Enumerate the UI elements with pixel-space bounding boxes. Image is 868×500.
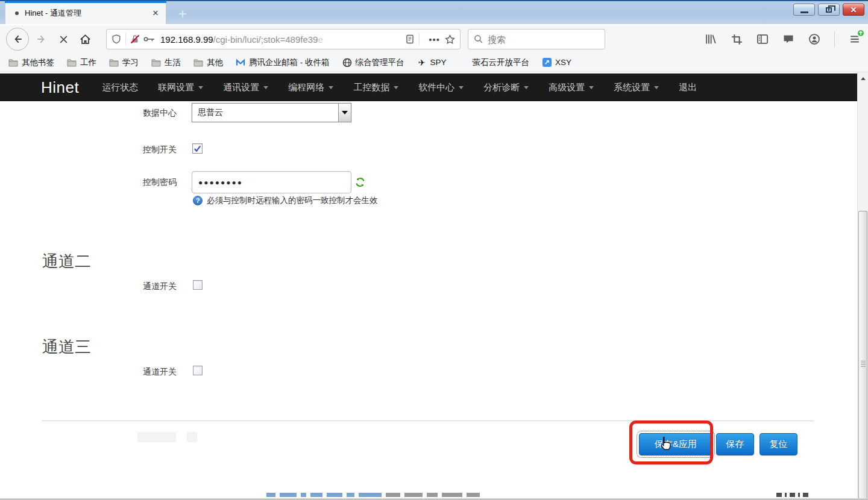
mouse-cursor-hand — [658, 436, 672, 453]
menu-run-status[interactable]: 运行状态 — [102, 82, 138, 93]
search-input[interactable] — [488, 34, 584, 45]
home-icon — [80, 34, 91, 45]
menu-comm-settings[interactable]: 通讯设置 — [223, 82, 268, 93]
bookmark-label: 萤石云开放平台 — [473, 57, 530, 68]
bookmark-folder-life[interactable]: 生活 — [151, 57, 181, 68]
select-dropdown-button[interactable] — [338, 104, 351, 122]
folder-icon — [151, 58, 161, 67]
channel-3-switch-label: 通道开关 — [0, 367, 177, 378]
toolbar-separator — [834, 31, 835, 47]
menu-software-center[interactable]: 软件中心 — [418, 82, 464, 93]
reset-button[interactable]: 复位 — [760, 433, 797, 455]
menu-industrial-data[interactable]: 工控数据 — [353, 82, 398, 93]
control-password-input[interactable] — [192, 171, 351, 193]
bookmark-tencent-mail[interactable]: 腾讯企业邮箱 - 收件箱 — [236, 57, 330, 68]
bookmark-label: 其他 — [207, 57, 223, 68]
minimize-icon — [800, 11, 808, 13]
url-bar[interactable]: 192.168.9.99/cgi-bin/luci/;stok=489fe39e… — [106, 29, 461, 49]
menu-label: 软件中心 — [418, 82, 454, 92]
save-button[interactable]: 保存 — [716, 433, 754, 455]
insecure-lock-icon — [130, 34, 140, 44]
bookmark-mgmt-platform[interactable]: 综合管理平台 — [342, 57, 404, 68]
channel-2-switch-checkbox[interactable] — [193, 280, 203, 290]
sidebar-icon[interactable] — [756, 33, 769, 45]
bookmark-xsy[interactable]: ↗ XSY — [542, 58, 571, 67]
scrollbar-thumb[interactable] — [858, 211, 867, 499]
folder-icon — [8, 58, 18, 67]
window-controls: ✕ — [793, 4, 864, 16]
check-icon — [193, 145, 201, 152]
tab-favicon-dot — [15, 11, 19, 15]
stop-button[interactable] — [54, 30, 72, 48]
password-hint-row: ? 必须与控制时远程输入的密码一致控制才会生效 — [193, 195, 378, 206]
forward-button[interactable] — [33, 30, 51, 48]
channel-3-switch-checkbox[interactable] — [193, 366, 203, 375]
titlebar: Hinet - 通道管理 × + ✕ — [0, 0, 868, 24]
site-navbar: Hinet 运行状态 联网设置 通讯设置 编程网络 工控数据 软件中心 分析诊断… — [0, 73, 857, 101]
vertical-scrollbar[interactable] — [857, 72, 868, 500]
page-content: 数据中心 思普云 控制开关 控制密码 ? 必须与控制时远程输入的密码一致控制才会… — [0, 101, 857, 500]
menu-analysis-diagnosis[interactable]: 分析诊断 — [483, 82, 529, 93]
messages-icon[interactable] — [782, 33, 794, 45]
page-actions-icon[interactable]: ••• — [429, 34, 440, 45]
globe-icon — [342, 58, 352, 67]
bookmark-ezviz[interactable]: 萤石云开放平台 — [459, 57, 530, 68]
window-minimize-button[interactable] — [793, 4, 815, 16]
refresh-password-icon[interactable] — [355, 177, 365, 190]
bookmark-label: 综合管理平台 — [356, 57, 404, 68]
reader-mode-icon[interactable] — [405, 34, 415, 44]
menu-label: 编程网络 — [288, 82, 324, 92]
account-icon[interactable] — [808, 33, 820, 45]
bookmark-label: 学习 — [122, 57, 139, 68]
bookmark-folder-other-bookmarks[interactable]: 其他书签 — [8, 57, 54, 68]
tab-close-icon[interactable]: × — [145, 7, 166, 19]
key-icon — [143, 36, 156, 43]
bookmark-star-icon[interactable] — [445, 34, 455, 45]
chevron-down-icon — [654, 86, 659, 89]
bookmark-folder-study[interactable]: 学习 — [109, 57, 139, 68]
urlbar-separator — [419, 33, 420, 45]
scrollbar-grip — [861, 361, 866, 367]
home-button[interactable] — [76, 30, 94, 48]
menu-hamburger-icon[interactable] — [849, 33, 861, 45]
tencent-mail-icon — [236, 58, 245, 67]
window-close-button[interactable]: ✕ — [843, 4, 864, 16]
chevron-down-icon — [198, 86, 203, 89]
bookmark-label: XSY — [555, 58, 571, 67]
library-icon[interactable] — [705, 33, 717, 45]
bookmark-folder-misc[interactable]: 其他 — [193, 57, 223, 68]
menu-label: 工控数据 — [353, 82, 389, 92]
data-center-select[interactable]: 思普云 — [192, 103, 351, 122]
site-logo[interactable]: Hinet — [41, 78, 79, 97]
new-tab-button[interactable]: + — [172, 4, 193, 24]
menu-label: 运行状态 — [102, 82, 138, 92]
back-button[interactable] — [6, 28, 29, 51]
bookmark-folder-work[interactable]: 工作 — [67, 57, 96, 68]
browser-window: Hinet - 通道管理 × + ✕ — [0, 0, 868, 500]
url-path-faded: e — [318, 34, 322, 45]
control-switch-checkbox[interactable] — [192, 143, 203, 154]
folder-icon — [193, 58, 203, 67]
url-text: 192.168.9.99/cgi-bin/luci/;stok=489fe39e — [160, 34, 405, 45]
folder-icon — [67, 58, 77, 67]
bookmark-label: 工作 — [80, 57, 96, 68]
menu-label: 分析诊断 — [483, 82, 520, 92]
footer-clipped-text — [266, 493, 480, 497]
bookmark-spy[interactable]: ✈ SPY — [417, 58, 447, 67]
scrollbar-up-arrow[interactable] — [858, 73, 868, 83]
menu-advanced-settings[interactable]: 高级设置 — [549, 82, 594, 93]
menu-label: 联网设置 — [158, 82, 194, 92]
menu-system-settings[interactable]: 系统设置 — [614, 82, 659, 93]
url-path: /cgi-bin/luci/;stok=489fe39 — [213, 34, 318, 45]
window-restore-button[interactable] — [818, 4, 840, 16]
menu-network-settings[interactable]: 联网设置 — [158, 82, 203, 93]
search-box[interactable] — [468, 29, 605, 49]
footer-clipped-text-right — [776, 493, 808, 497]
browser-tab[interactable]: Hinet - 通道管理 × — [5, 2, 166, 24]
site-menu: 运行状态 联网设置 通讯设置 编程网络 工控数据 软件中心 分析诊断 高级设置 … — [102, 82, 697, 93]
screenshot-icon[interactable] — [731, 33, 743, 45]
shield-icon — [112, 34, 121, 44]
menu-logout[interactable]: 退出 — [679, 82, 697, 93]
menu-programming-network[interactable]: 编程网络 — [288, 82, 333, 93]
help-icon: ? — [193, 196, 203, 205]
